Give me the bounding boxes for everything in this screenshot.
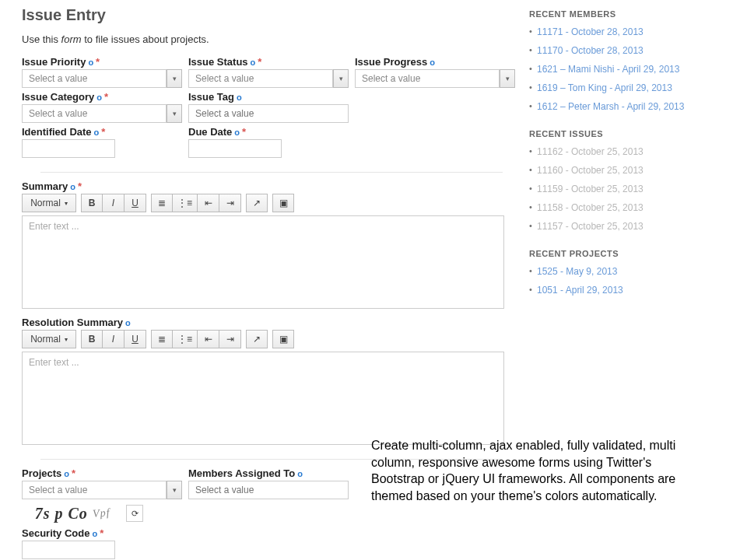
info-icon[interactable]: o	[64, 469, 69, 478]
category-select[interactable]: Select a value▾	[22, 104, 182, 123]
required-icon: *	[78, 180, 82, 192]
members-input[interactable]	[188, 481, 349, 499]
page-intro: Use this form to file issues about proje…	[22, 33, 521, 45]
info-icon[interactable]: o	[92, 529, 97, 538]
indent-button[interactable]: ⇥	[219, 194, 241, 212]
style-dropdown[interactable]: Normal▾	[22, 194, 76, 212]
info-icon[interactable]: o	[88, 58, 93, 67]
resolution-label: Resolution Summary o	[22, 317, 521, 328]
captcha-image: 7s p Co Vpf	[22, 502, 123, 524]
indent-button[interactable]: ⇥	[219, 330, 241, 348]
priority-label: Issue Priority o *	[22, 56, 182, 68]
projects-label: Projects o *	[22, 467, 182, 479]
recent-issues-heading: RECENT ISSUES	[529, 129, 747, 138]
outdent-button[interactable]: ⇤	[198, 194, 219, 212]
security-code-input[interactable]	[22, 541, 115, 559]
due-label: Due Date o *	[188, 126, 349, 138]
progress-label: Issue Progress o	[355, 56, 515, 68]
required-icon: *	[72, 467, 75, 479]
description-text: Create multi-column, ajax enabled, fully…	[371, 437, 698, 504]
list-ol-button[interactable]: ⋮≡	[173, 194, 198, 212]
info-icon[interactable]: o	[125, 318, 131, 327]
category-label: Issue Category o *	[22, 91, 182, 103]
link-button[interactable]: ↗	[246, 330, 268, 348]
status-select[interactable]: Select a value▾	[188, 69, 349, 88]
list-item[interactable]: 11171 - October 28, 2013	[529, 26, 747, 37]
status-label: Issue Status o *	[188, 56, 349, 68]
list-item[interactable]: 11162 - October 25, 2013	[529, 146, 747, 157]
captcha-refresh-button[interactable]: ⟳	[126, 505, 143, 522]
chevron-down-icon[interactable]: ▾	[333, 69, 349, 88]
identified-date-input[interactable]	[22, 139, 115, 158]
list-item[interactable]: 11160 - October 25, 2013	[529, 165, 747, 176]
page-title: Issue Entry	[22, 6, 521, 24]
chevron-down-icon[interactable]: ▾	[500, 69, 515, 88]
required-icon: *	[258, 56, 261, 68]
recent-projects-list: 1525 - May 9, 2013 1051 - April 29, 2013	[529, 266, 747, 296]
recent-projects-heading: RECENT PROJECTS	[529, 249, 747, 258]
progress-select[interactable]: Select a value▾	[355, 69, 515, 88]
info-icon[interactable]: o	[297, 469, 303, 478]
summary-toolbar: Normal▾ B I U ≣ ⋮≡ ⇤ ⇥ ↗ ▣	[22, 194, 521, 212]
list-item[interactable]: 1621 – Mami Nishi - April 29, 2013	[529, 64, 747, 75]
image-button[interactable]: ▣	[272, 330, 294, 348]
security-label: Security Code o *	[22, 527, 521, 539]
list-item[interactable]: 11157 - October 25, 2013	[529, 221, 747, 232]
chevron-down-icon[interactable]: ▾	[167, 69, 182, 88]
required-icon: *	[104, 91, 108, 103]
recent-issues-list: 11162 - October 25, 2013 11160 - October…	[529, 146, 747, 232]
resolution-toolbar: Normal▾ B I U ≣ ⋮≡ ⇤ ⇥ ↗ ▣	[22, 330, 521, 348]
outdent-button[interactable]: ⇤	[198, 330, 219, 348]
bold-button[interactable]: B	[81, 330, 103, 348]
underline-button[interactable]: U	[124, 194, 146, 212]
required-icon: *	[242, 126, 246, 138]
info-icon[interactable]: o	[70, 182, 75, 191]
members-label: Members Assigned To o	[188, 467, 349, 479]
list-item[interactable]: 1612 – Peter Marsh - April 29, 2013	[529, 101, 747, 112]
required-icon: *	[101, 126, 105, 138]
due-date-input[interactable]	[188, 139, 282, 158]
info-icon[interactable]: o	[237, 93, 242, 102]
list-item[interactable]: 11159 - October 25, 2013	[529, 184, 747, 194]
list-ul-button[interactable]: ≣	[151, 330, 173, 348]
list-item[interactable]: 1619 – Tom King - April 29, 2013	[529, 82, 747, 93]
resolution-editor[interactable]: Enter text ...	[22, 352, 504, 445]
list-ol-button[interactable]: ⋮≡	[173, 330, 198, 348]
underline-button[interactable]: U	[124, 330, 146, 348]
link-button[interactable]: ↗	[246, 194, 268, 212]
identified-label: Identified Date o *	[22, 126, 182, 138]
list-item[interactable]: 11170 - October 28, 2013	[529, 45, 747, 56]
info-icon[interactable]: o	[96, 93, 102, 102]
bold-button[interactable]: B	[81, 194, 103, 212]
image-button[interactable]: ▣	[272, 194, 294, 212]
priority-select[interactable]: Select a value▾	[22, 69, 182, 88]
required-icon: *	[100, 527, 103, 539]
chevron-down-icon[interactable]: ▾	[167, 481, 182, 499]
summary-editor[interactable]: Enter text ...	[22, 215, 504, 309]
required-icon: *	[96, 56, 100, 68]
list-item[interactable]: 1525 - May 9, 2013	[529, 266, 747, 277]
info-icon[interactable]: o	[251, 58, 256, 67]
info-icon[interactable]: o	[94, 128, 100, 137]
italic-button[interactable]: I	[103, 330, 124, 348]
tag-input[interactable]	[188, 104, 349, 123]
list-item[interactable]: 11158 - October 25, 2013	[529, 202, 747, 213]
list-item[interactable]: 1051 - April 29, 2013	[529, 285, 747, 296]
tag-label: Issue Tag o	[188, 91, 349, 103]
italic-button[interactable]: I	[103, 194, 124, 212]
style-dropdown[interactable]: Normal▾	[22, 330, 76, 348]
recent-members-list: 11171 - October 28, 2013 11170 - October…	[529, 26, 747, 112]
info-icon[interactable]: o	[234, 128, 240, 137]
divider	[40, 172, 503, 173]
projects-select[interactable]: Select a value▾	[22, 481, 182, 499]
recent-members-heading: RECENT MEMBERS	[529, 9, 747, 19]
info-icon[interactable]: o	[430, 58, 435, 67]
chevron-down-icon[interactable]: ▾	[167, 104, 182, 123]
summary-label: Summary o *	[22, 180, 521, 192]
list-ul-button[interactable]: ≣	[151, 194, 173, 212]
